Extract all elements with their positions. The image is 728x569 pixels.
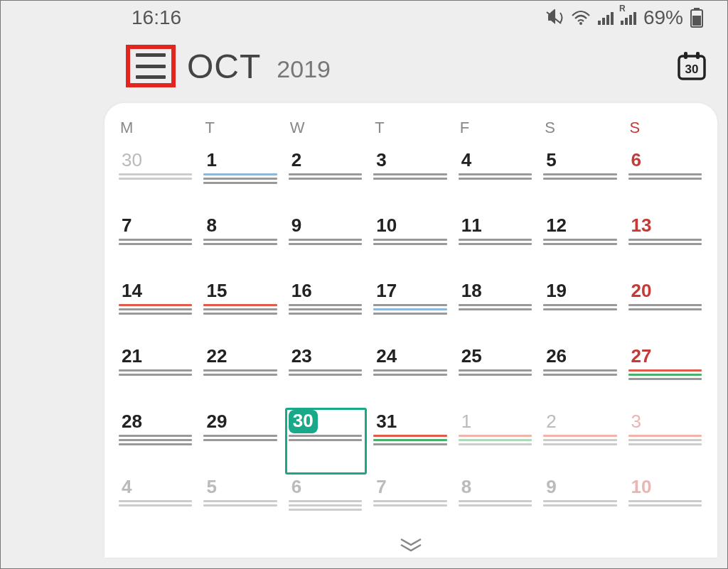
dow-header: M xyxy=(116,119,196,147)
date-number: 8 xyxy=(203,214,219,237)
calendar-day[interactable]: 22 xyxy=(200,343,281,408)
menu-button-highlight xyxy=(126,45,176,87)
date-number: 4 xyxy=(119,475,134,499)
calendar-day[interactable]: 2 xyxy=(540,408,621,474)
day-of-week-row: MTWTFSS xyxy=(116,119,706,147)
status-time: 16:16 xyxy=(18,6,181,29)
event-indicators xyxy=(628,173,703,180)
hamburger-menu-icon[interactable] xyxy=(136,53,166,79)
date-number: 2 xyxy=(543,410,559,433)
calendar-day[interactable]: 6 xyxy=(626,147,706,212)
calendar-day[interactable]: 5 xyxy=(200,474,281,531)
calendar-day[interactable]: 14 xyxy=(116,278,196,343)
event-indicators xyxy=(628,435,703,445)
calendar-day[interactable]: 21 xyxy=(116,343,196,408)
calendar-day[interactable]: 19 xyxy=(540,278,621,343)
calendar-day[interactable]: 24 xyxy=(370,343,451,408)
calendar-day[interactable]: 18 xyxy=(456,278,536,343)
calendar-day[interactable]: 4 xyxy=(456,147,536,212)
date-number: 28 xyxy=(119,410,145,433)
event-indicators xyxy=(543,369,618,376)
svg-rect-5 xyxy=(684,52,687,59)
event-indicators xyxy=(373,369,448,376)
calendar-day[interactable]: 15 xyxy=(200,278,281,343)
expand-chevron-icon[interactable] xyxy=(398,538,424,555)
date-number: 29 xyxy=(203,410,230,433)
dow-header: F xyxy=(456,119,536,147)
calendar-day[interactable]: 20 xyxy=(626,278,706,343)
calendar-day[interactable]: 31 xyxy=(370,408,451,474)
calendar-day[interactable]: 7 xyxy=(370,474,451,531)
calendar-day[interactable]: 12 xyxy=(540,212,621,278)
calendar-day[interactable]: 27 xyxy=(626,343,706,408)
date-number: 23 xyxy=(289,345,315,368)
event-indicators xyxy=(289,304,363,315)
calendar-day[interactable]: 6 xyxy=(286,474,366,531)
calendar-day[interactable]: 29 xyxy=(200,408,281,474)
calendar-day[interactable]: 3 xyxy=(626,408,706,474)
date-number: 19 xyxy=(543,279,569,303)
calendar-day[interactable]: 9 xyxy=(286,212,366,278)
calendar-day[interactable]: 10 xyxy=(370,212,451,278)
calendar-day[interactable]: 17 xyxy=(370,278,451,343)
event-indicators xyxy=(203,173,278,184)
calendar-day[interactable]: 1 xyxy=(456,408,536,474)
svg-text:30: 30 xyxy=(685,63,699,76)
event-indicators xyxy=(373,500,448,506)
calendar-day[interactable]: 3 xyxy=(370,147,451,212)
date-number: 10 xyxy=(373,214,400,237)
event-indicators xyxy=(203,239,278,245)
calendar-day[interactable]: 8 xyxy=(200,212,281,278)
jump-to-today-icon[interactable]: 30 xyxy=(676,50,707,82)
date-number: 9 xyxy=(289,214,304,237)
date-number: 22 xyxy=(203,345,230,368)
event-indicators xyxy=(119,173,193,180)
event-indicators xyxy=(203,304,278,315)
calendar-day[interactable]: 7 xyxy=(116,212,196,278)
date-number: 2 xyxy=(289,148,304,172)
dow-header: S xyxy=(540,119,621,147)
event-indicators xyxy=(289,173,363,180)
calendar-day[interactable]: 10 xyxy=(626,474,706,531)
date-number: 5 xyxy=(203,475,219,499)
date-number: 30 xyxy=(289,410,318,433)
header-month[interactable]: OCT xyxy=(187,47,261,86)
event-indicators xyxy=(459,369,533,376)
calendar-day[interactable]: 1 xyxy=(200,147,281,212)
calendar-day[interactable]: 2 xyxy=(286,147,366,212)
event-indicators xyxy=(628,369,703,380)
calendar-day[interactable]: 4 xyxy=(116,474,196,531)
calendar-day[interactable]: 5 xyxy=(540,147,621,212)
event-indicators xyxy=(543,500,618,506)
event-indicators xyxy=(119,369,193,376)
calendar-day[interactable]: 25 xyxy=(456,343,536,408)
event-indicators xyxy=(459,304,533,310)
calendar-day[interactable]: 16 xyxy=(286,278,366,343)
calendar-day-today[interactable]: 30 xyxy=(286,408,366,474)
calendar-day[interactable]: 26 xyxy=(540,343,621,408)
calendar-day[interactable]: 30 xyxy=(116,147,196,212)
calendar-day[interactable]: 28 xyxy=(116,408,196,474)
date-number: 17 xyxy=(373,279,400,303)
calendar-day[interactable]: 23 xyxy=(286,343,366,408)
dow-header: T xyxy=(200,119,281,147)
svg-point-0 xyxy=(579,22,582,25)
calendar-day[interactable]: 9 xyxy=(540,474,621,531)
event-indicators xyxy=(203,500,278,506)
event-indicators xyxy=(373,173,448,180)
event-indicators xyxy=(289,369,363,376)
event-indicators xyxy=(289,239,363,245)
svg-rect-6 xyxy=(696,52,700,59)
event-indicators xyxy=(203,435,278,441)
event-indicators xyxy=(119,500,193,506)
status-bar: 16:16 R 69% xyxy=(1,1,727,32)
calendar-day[interactable]: 8 xyxy=(456,474,536,531)
event-indicators xyxy=(203,369,278,376)
date-number: 10 xyxy=(628,475,655,499)
calendar-day[interactable]: 13 xyxy=(626,212,706,278)
header-year[interactable]: 2019 xyxy=(277,55,331,83)
event-indicators xyxy=(289,500,363,511)
calendar-day[interactable]: 11 xyxy=(456,212,536,278)
app-header: OCT 2019 30 xyxy=(1,32,727,103)
event-indicators xyxy=(119,435,193,445)
